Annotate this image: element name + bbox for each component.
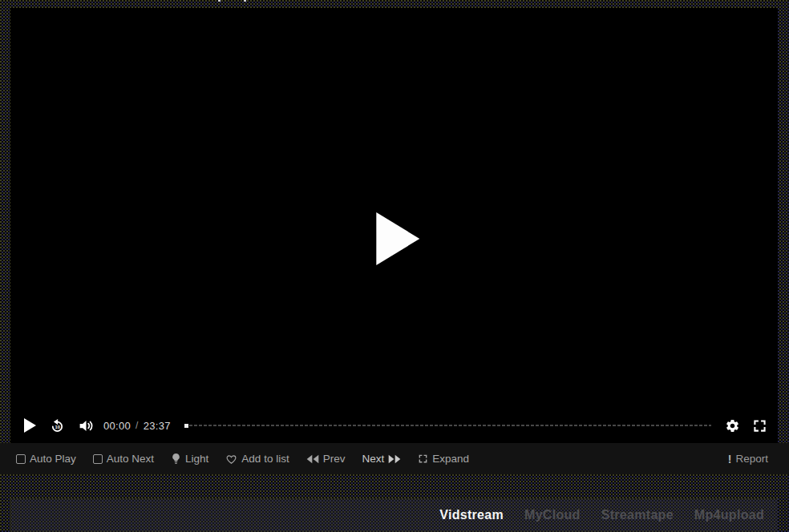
volume-button[interactable] [78, 417, 95, 434]
checkbox-icon [16, 454, 26, 464]
seek-track [184, 425, 711, 426]
time-display: 00:00 / 23:37 [103, 420, 171, 432]
next-episode-button[interactable]: Next [362, 453, 401, 465]
toolbar-item-label: Auto Play [30, 453, 76, 465]
prev-episode-button[interactable]: Prev [306, 453, 346, 465]
expand-icon [418, 453, 428, 464]
big-play-icon[interactable] [376, 212, 419, 265]
light-toggle[interactable]: Light [171, 453, 208, 465]
settings-gear-icon [725, 418, 740, 433]
toolbar-item-label: Light [185, 453, 208, 465]
toolbar-item-label: Prev [323, 453, 346, 465]
server-select-panel: Vidstream MyCloud Streamtape Mp4upload [10, 498, 778, 532]
add-to-list-button[interactable]: Add to list [225, 453, 289, 465]
report-button[interactable]: ! Report [728, 453, 768, 466]
bulb-icon [171, 453, 181, 465]
checkbox-icon [93, 454, 103, 464]
seek-bar[interactable] [184, 420, 711, 431]
fullscreen-icon [752, 418, 767, 433]
player-options-toolbar: Auto Play Auto Next Light Add to list Pr… [0, 443, 789, 474]
autonext-toggle[interactable]: Auto Next [93, 453, 154, 465]
clipped-title-artifact [218, 0, 221, 2]
autoplay-toggle[interactable]: Auto Play [16, 453, 76, 465]
settings-button[interactable] [725, 418, 740, 433]
expand-button[interactable]: Expand [418, 453, 469, 465]
duration: 23:37 [144, 420, 171, 432]
seek-playhead[interactable] [184, 424, 188, 428]
time-separator: / [136, 420, 139, 431]
video-watch-page: { "colors": { "video_bg": "#000000", "pa… [0, 0, 789, 532]
server-tab-streamtape[interactable]: Streamtape [601, 508, 674, 522]
volume-icon [78, 417, 95, 434]
video-player[interactable]: 10 00:00 / 23:37 [10, 8, 778, 443]
double-next-icon [388, 454, 401, 464]
report-label: Report [735, 453, 768, 465]
play-button[interactable] [24, 418, 36, 433]
clipped-title-artifact [244, 0, 246, 2]
player-control-bar: 10 00:00 / 23:37 [10, 408, 778, 443]
server-tab-mp4upload[interactable]: Mp4upload [694, 508, 764, 522]
svg-text:10: 10 [55, 425, 60, 429]
toolbar-item-label: Expand [432, 453, 469, 465]
rewind-10-button[interactable]: 10 [49, 417, 66, 434]
fullscreen-button[interactable] [752, 418, 767, 433]
double-prev-icon [306, 454, 319, 464]
server-tab-mycloud[interactable]: MyCloud [524, 508, 581, 522]
play-icon [24, 418, 36, 433]
toolbar-item-label: Auto Next [107, 453, 154, 465]
current-time: 00:00 [103, 420, 131, 432]
exclamation-icon: ! [728, 453, 732, 466]
toolbar-item-label: Add to list [241, 453, 289, 465]
toolbar-item-label: Next [362, 453, 384, 465]
heart-icon [225, 453, 237, 465]
server-tab-vidstream[interactable]: Vidstream [439, 508, 504, 522]
rewind-10-icon: 10 [49, 417, 66, 434]
